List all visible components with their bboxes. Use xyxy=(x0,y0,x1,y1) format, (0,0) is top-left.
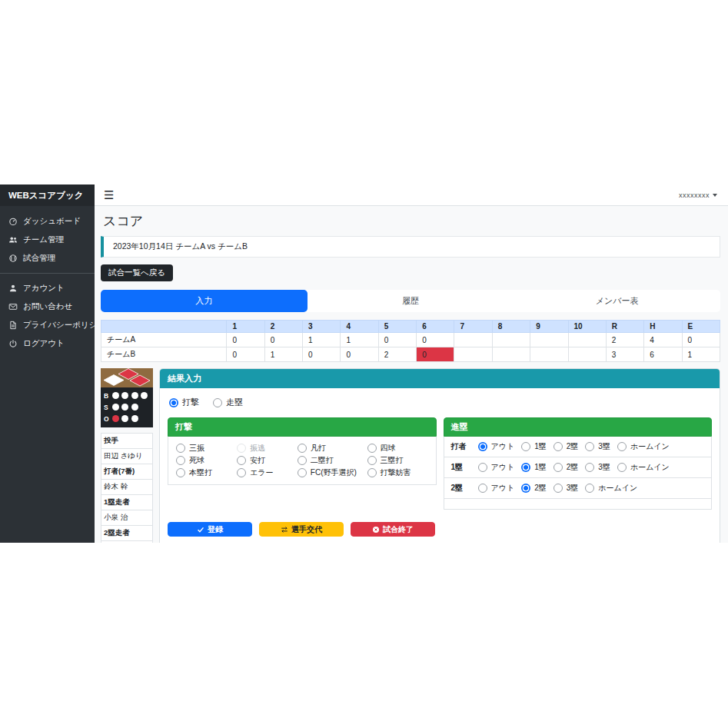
advance-option[interactable]: 3塁 xyxy=(585,441,610,452)
score-row: チームA001100240 xyxy=(101,333,720,347)
file-icon xyxy=(8,321,18,330)
advance-option[interactable]: アウト xyxy=(478,483,515,494)
outs-row: O xyxy=(104,413,150,424)
button-label: 登録 xyxy=(208,524,223,535)
score-col-header: 1 xyxy=(227,321,264,333)
users-icon xyxy=(8,235,18,244)
sidebar-item-mail[interactable]: お問い合わせ xyxy=(0,298,95,316)
sidebar-item-gauge[interactable]: ダッシュボード xyxy=(0,212,95,231)
batting-option[interactable]: 三振 xyxy=(176,443,237,454)
score-col-header xyxy=(101,321,227,333)
score-cell: 0 xyxy=(417,347,454,362)
radio-icon xyxy=(553,484,563,493)
advance-option[interactable]: 2塁 xyxy=(521,483,547,494)
advance-option[interactable]: アウト xyxy=(478,441,515,452)
hamburger-icon[interactable]: ☰ xyxy=(104,189,114,201)
radio-icon xyxy=(617,442,627,451)
sidebar-item-users[interactable]: チーム管理 xyxy=(0,231,95,249)
sidebar-nav-top: ダッシュボードチーム管理試合管理 xyxy=(0,212,95,268)
batting-options-grid: 三振振逃凡打四球死球安打二塁打三塁打本塁打エラーFC(野手選択)打撃妨害 xyxy=(168,437,437,485)
batting-option[interactable]: 安打 xyxy=(237,455,298,466)
score-col-header: 7 xyxy=(454,321,492,333)
batting-option[interactable]: 凡打 xyxy=(298,443,367,454)
player-value-row: 鈴木 幹 xyxy=(101,480,153,495)
advance-option[interactable]: 3塁 xyxy=(553,483,579,494)
batting-option[interactable]: 四球 xyxy=(367,443,428,454)
score-cell xyxy=(568,347,606,362)
game-state-column: B S O 投手田辺 さゆり打者(7番)鈴木 幹1塁走者小泉 治2塁走者佐藤 聡… xyxy=(101,368,153,543)
batting-option[interactable]: 打撃妨害 xyxy=(367,467,428,478)
app-window: WEBスコアブック ダッシュボードチーム管理試合管理 アカウントお問い合わせプラ… xyxy=(0,184,728,543)
match-info-box: 2023年10月14日 チームA vs チームB xyxy=(101,236,720,258)
mode-option[interactable]: 走塁 xyxy=(213,397,243,408)
batting-option[interactable]: 死球 xyxy=(176,455,237,466)
advance-option[interactable]: ホームイン xyxy=(585,483,637,494)
advance-option-label: ホームイン xyxy=(630,462,670,473)
result-entry-header: 結果入力 xyxy=(160,369,720,388)
advance-row: 打者アウト1塁2塁3塁ホームイン xyxy=(444,437,712,457)
radio-icon xyxy=(367,444,377,453)
advance-option[interactable]: 3塁 xyxy=(585,462,610,473)
player-label-cell: 2塁走者 xyxy=(101,526,153,541)
player-value-row: 小泉 治 xyxy=(101,510,153,526)
batting-option[interactable]: 三塁打 xyxy=(367,455,428,466)
batting-option[interactable]: 本塁打 xyxy=(176,467,237,478)
radio-icon xyxy=(521,484,530,493)
tab-メンバー表[interactable]: メンバー表 xyxy=(514,290,720,312)
back-to-list-button[interactable]: 試合一覧へ戻る xyxy=(101,264,173,281)
batting-option-label: 打撃妨害 xyxy=(381,467,411,478)
substitute-button[interactable]: 選手交代 xyxy=(259,522,344,537)
radio-icon xyxy=(585,442,594,451)
sidebar-item-baseball[interactable]: 試合管理 xyxy=(0,249,95,268)
radio-icon xyxy=(478,442,487,451)
advance-option[interactable]: アウト xyxy=(478,462,515,473)
score-cell: 0 xyxy=(417,333,454,347)
user-dropdown[interactable]: xxxxxxxx xyxy=(679,191,717,199)
advance-option[interactable]: 1塁 xyxy=(521,462,547,473)
batting-option[interactable]: エラー xyxy=(237,467,298,478)
radio-icon xyxy=(478,484,487,493)
sidebar-item-file[interactable]: プライバシーポリシー xyxy=(0,316,95,334)
advance-option-label: アウト xyxy=(491,483,515,494)
score-row: チームB010020361 xyxy=(101,347,720,362)
x-circle-icon xyxy=(372,526,380,534)
radio-icon xyxy=(585,463,594,472)
tab-bar: 入力履歴メンバー表 xyxy=(101,290,720,312)
score-table-body: チームA001100240チームB010020361 xyxy=(101,333,720,362)
score-cell: 6 xyxy=(644,347,682,362)
batting-option[interactable]: 二塁打 xyxy=(298,455,367,466)
mode-option[interactable]: 打撃 xyxy=(169,397,199,408)
tab-履歴[interactable]: 履歴 xyxy=(307,290,514,312)
register-button[interactable]: 登録 xyxy=(168,522,252,537)
sidebar-item-power[interactable]: ログアウト xyxy=(0,334,95,353)
sidebar-item-person[interactable]: アカウント xyxy=(0,279,95,298)
score-cell xyxy=(492,347,530,362)
advance-option[interactable]: ホームイン xyxy=(617,441,670,452)
advance-option[interactable]: 2塁 xyxy=(553,441,579,452)
score-col-header: 10 xyxy=(568,321,606,333)
count-dot xyxy=(121,404,128,411)
batting-option-label: 三振 xyxy=(189,443,204,454)
score-cell xyxy=(492,333,530,347)
advance-option[interactable]: 1塁 xyxy=(521,441,547,452)
end-game-button[interactable]: 試合終了 xyxy=(351,522,435,537)
batting-column: 打撃 三振振逃凡打四球死球安打二塁打三塁打本塁打エラーFC(野手選択)打撃妨害 … xyxy=(168,417,437,537)
batting-option[interactable]: FC(野手選択) xyxy=(298,467,367,478)
advance-option[interactable]: ホームイン xyxy=(617,462,670,473)
player-label-cell: 1塁走者 xyxy=(101,495,153,510)
advance-option[interactable]: 2塁 xyxy=(553,462,579,473)
tab-入力[interactable]: 入力 xyxy=(101,290,307,312)
count-dot xyxy=(112,404,119,411)
player-label-row: 2塁走者 xyxy=(101,526,153,541)
radio-icon xyxy=(553,442,563,451)
score-col-header: H xyxy=(644,321,682,333)
score-col-header: 8 xyxy=(492,321,530,333)
batting-option-label: 安打 xyxy=(250,455,265,466)
balls-row: B xyxy=(104,390,150,401)
advance-option-label: 3塁 xyxy=(567,483,579,494)
batting-option-label: 凡打 xyxy=(311,443,326,454)
player-name-cell: 小泉 治 xyxy=(101,510,153,526)
score-cell: 0 xyxy=(682,333,720,347)
advance-option-label: ホームイン xyxy=(630,441,670,452)
batting-option-label: 三塁打 xyxy=(381,455,404,466)
